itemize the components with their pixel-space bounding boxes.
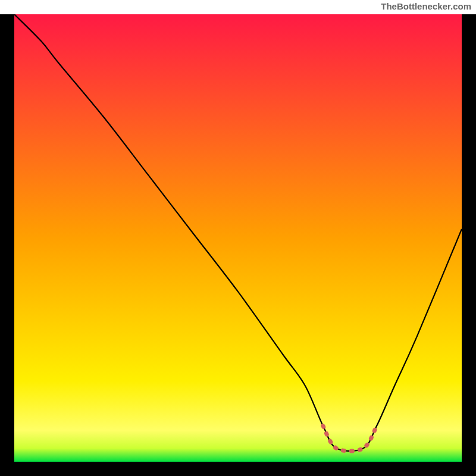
source-text: TheBottlenecker.com <box>381 1 471 11</box>
chart-svg <box>14 14 462 462</box>
chart-area <box>14 14 462 462</box>
source-label: TheBottlenecker.com <box>0 0 476 14</box>
gradient-background <box>14 14 462 462</box>
